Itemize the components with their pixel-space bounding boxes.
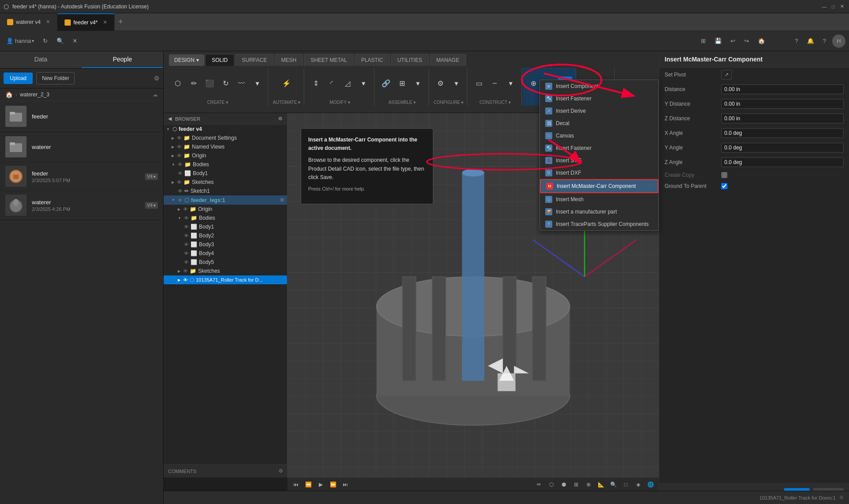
home-button[interactable]: 🏠 xyxy=(755,36,768,46)
tab-data[interactable]: Data xyxy=(0,51,82,68)
visibility-icon[interactable]: 👁 xyxy=(184,251,189,256)
snap-button[interactable]: ⊕ xyxy=(584,480,593,489)
z-angle-input[interactable] xyxy=(721,157,844,167)
refresh-button[interactable]: ↻ xyxy=(40,36,50,46)
effects-button[interactable]: ◈ xyxy=(633,480,643,489)
configure-button[interactable]: ⚙ xyxy=(433,76,447,91)
tab-people[interactable]: People xyxy=(82,51,164,68)
undo-button[interactable]: ↩ xyxy=(728,36,738,46)
visibility-icon[interactable]: 👁 xyxy=(178,188,183,194)
browser-item[interactable]: ▼ 👁 📁 Bodies xyxy=(164,160,287,169)
new-folder-button[interactable]: New Folder xyxy=(36,72,75,84)
new-tab-button[interactable]: + xyxy=(115,16,127,28)
joint-button[interactable]: 🔗 xyxy=(379,76,393,91)
playback-prev-button[interactable]: ⏪ xyxy=(303,480,313,489)
insert-component-button[interactable]: ⊕ xyxy=(526,76,540,91)
tab-feeder[interactable]: feeder v4* ✕ xyxy=(57,13,115,31)
visibility-icon[interactable]: 👁 xyxy=(184,215,189,221)
set-pivot-button[interactable]: ↗ xyxy=(721,70,732,80)
tab-surface[interactable]: SURFACE xyxy=(235,54,274,66)
visibility-icon[interactable]: 👁 xyxy=(184,233,189,238)
ground-to-parent-checkbox[interactable] xyxy=(721,183,727,189)
create-revolve-button[interactable]: ↻ xyxy=(218,76,233,91)
visibility-icon[interactable]: 👁 xyxy=(177,144,182,149)
close-search-button[interactable]: ✕ xyxy=(70,36,80,46)
visibility-icon[interactable]: 👁 xyxy=(183,206,188,212)
z-distance-input[interactable] xyxy=(721,114,844,123)
insert-derive-item[interactable]: ↗ Insert Derive xyxy=(540,105,658,117)
midplane-button[interactable]: ╌ xyxy=(488,76,502,91)
breadcrumb-label[interactable]: waterer_2_3 xyxy=(20,92,50,98)
assemble-more-button[interactable]: ▾ xyxy=(411,76,425,91)
canvas-item[interactable]: □ Canvas xyxy=(540,130,658,142)
browser-item[interactable]: 👁 ⬜ Body1 xyxy=(164,169,287,178)
browser-root[interactable]: ▼ ⬡ feeder v4 xyxy=(164,125,287,134)
tab-sheet-metal[interactable]: SHEET METAL xyxy=(304,54,353,66)
close-button[interactable]: ✕ xyxy=(838,3,845,10)
visibility-icon[interactable]: 👁 xyxy=(184,242,189,247)
home-breadcrumb-icon[interactable]: 🏠 xyxy=(5,91,13,98)
modify-more-button[interactable]: ▾ xyxy=(356,76,371,91)
help2-button[interactable]: ? xyxy=(820,36,829,46)
automate-button[interactable]: ⚡ xyxy=(279,76,294,91)
tab-feeder-close[interactable]: ✕ xyxy=(103,19,107,25)
visibility-icon[interactable]: 👁 xyxy=(178,171,183,176)
y-angle-input[interactable] xyxy=(721,143,844,153)
visibility-icon[interactable]: 👁 xyxy=(183,268,188,274)
settings-icon[interactable]: ⚙ xyxy=(154,75,160,82)
tab-waterer[interactable]: waterer v4 ✕ xyxy=(0,13,57,31)
tab-solid[interactable]: SOLID xyxy=(205,54,234,66)
grid-view-button[interactable]: ⊞ xyxy=(698,36,708,46)
redo-button[interactable]: ↪ xyxy=(742,36,752,46)
insert-svg-item[interactable]: S Insert SVG xyxy=(540,154,658,167)
upload-button[interactable]: Upload xyxy=(4,73,33,84)
sketch-button[interactable]: ✏ xyxy=(534,480,544,489)
measure-button[interactable]: 📐 xyxy=(596,480,606,489)
tab-utilities[interactable]: UTILITIES xyxy=(391,54,429,66)
configure-more-button[interactable]: ▾ xyxy=(449,76,463,91)
insert-component-item[interactable]: ⊕ Insert Component xyxy=(540,80,658,92)
create-copy-checkbox[interactable] xyxy=(721,172,727,178)
inspect-button[interactable]: 🔍 xyxy=(608,480,618,489)
tab-waterer-close[interactable]: ✕ xyxy=(46,19,50,25)
grid-toggle-button[interactable]: ⊞ xyxy=(571,480,581,489)
playback-start-button[interactable]: ⏮ xyxy=(291,480,301,489)
minimize-button[interactable]: — xyxy=(821,3,828,10)
create-sketch-button[interactable]: ✏ xyxy=(187,76,201,91)
playback-next-button[interactable]: ⏩ xyxy=(328,480,338,489)
insert-manufacturer-item[interactable]: 📦 Insert a manufacturer part xyxy=(540,206,658,218)
insert-mcmaster-item[interactable]: M Insert McMaster-Carr Component ⋮ xyxy=(540,179,658,193)
tab-plastic[interactable]: PLASTIC xyxy=(355,54,390,66)
browser-item[interactable]: ▶ 👁 📁 Origin xyxy=(164,205,287,214)
browser-item[interactable]: 👁 ⬜ Body1 xyxy=(164,222,287,231)
browser-item[interactable]: ▼ 👁 ⬡ feeder_legs:1 ⚙ xyxy=(164,195,287,205)
account-button[interactable]: 👤 hanna ▾ xyxy=(4,36,37,46)
visibility-icon[interactable]: 👁 xyxy=(177,153,182,158)
browser-item[interactable]: 👁 ✏ Sketch1 xyxy=(164,187,287,195)
playback-end-button[interactable]: ⏭ xyxy=(340,480,350,489)
chamfer-button[interactable]: ◿ xyxy=(340,76,355,91)
comments-settings-icon[interactable]: ⚙ xyxy=(279,468,283,474)
playback-play-button[interactable]: ▶ xyxy=(316,480,325,489)
construct-more-button[interactable]: ▾ xyxy=(504,76,518,91)
list-item[interactable]: feeder xyxy=(0,101,163,132)
x-angle-input[interactable] xyxy=(721,128,844,138)
press-pull-button[interactable]: ⇕ xyxy=(309,76,323,91)
browser-item[interactable]: 👁 ⬜ Body5 xyxy=(164,258,287,267)
visibility-icon[interactable]: 👁 xyxy=(184,260,189,265)
browser-selected-item[interactable]: ▶ 👁 ⬡ 10135A71_Roller Track for D... xyxy=(164,275,287,284)
insert-fastener-item[interactable]: 🔩 Insert Fastener xyxy=(540,92,658,105)
version-badge[interactable]: V4 ▾ xyxy=(145,202,158,209)
mesh-button[interactable]: ⬢ xyxy=(559,480,569,489)
create-more-button[interactable]: ▾ xyxy=(250,76,264,91)
create-sweep-button[interactable]: 〰 xyxy=(234,76,249,91)
settings-icon[interactable]: ⚙ xyxy=(839,495,844,500)
save-button[interactable]: 💾 xyxy=(712,36,724,46)
distance-input[interactable] xyxy=(721,84,844,94)
insert-fastener2-item[interactable]: 🔩 Insert Fastener xyxy=(540,142,658,154)
browser-item[interactable]: ▼ 👁 📁 Bodies xyxy=(164,214,287,222)
list-item[interactable]: waterer 2/3/2025 4:26 PM V4 ▾ xyxy=(0,191,163,220)
insert-dxf-item[interactable]: D Insert DXF xyxy=(540,167,658,179)
y-distance-input[interactable] xyxy=(721,99,844,109)
settings-icon[interactable]: ⚙ xyxy=(280,197,284,203)
